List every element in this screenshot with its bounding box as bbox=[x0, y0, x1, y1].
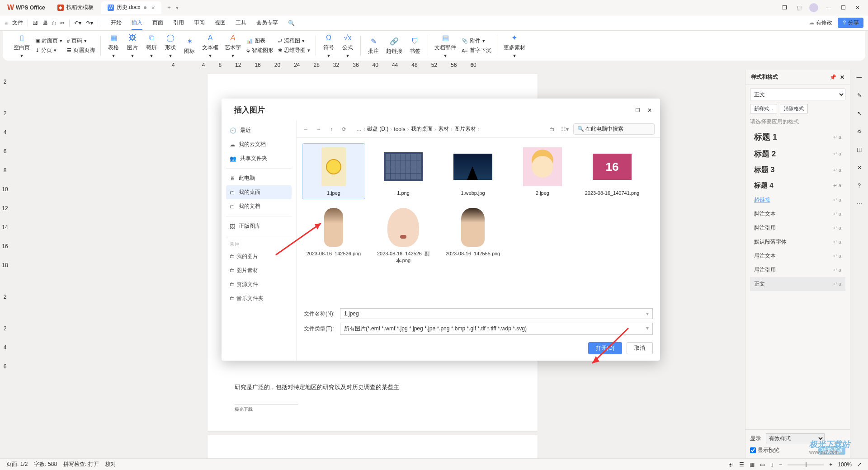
document-page-2[interactable] bbox=[208, 435, 538, 458]
header-footer-button[interactable]: ☰ 页眉页脚 bbox=[65, 46, 97, 55]
new-folder-icon[interactable]: 🗀 bbox=[548, 125, 556, 133]
menu-icon[interactable]: ≡ bbox=[5, 20, 8, 26]
cloud-pending-icon[interactable]: ☁ 有修改 bbox=[809, 19, 832, 27]
breadcrumb-segment[interactable]: 图片素材 bbox=[454, 125, 476, 133]
file-item[interactable]: 2023-08-16_142555.png bbox=[441, 204, 505, 267]
preview-checkbox[interactable] bbox=[750, 447, 756, 453]
style-item[interactable]: 标题 4↵ a bbox=[750, 178, 845, 193]
symbol-button[interactable]: Ω符号▾ bbox=[320, 31, 338, 61]
menu-tab-6[interactable]: 工具 bbox=[236, 16, 246, 29]
blank-page-button[interactable]: ▯空白页▾ bbox=[11, 31, 33, 61]
avatar-icon[interactable] bbox=[809, 3, 818, 12]
sidebar-item-desktop[interactable]: 🗀 我的桌面 bbox=[226, 185, 292, 199]
file-item[interactable]: 162023-08-16_140741.png bbox=[580, 143, 644, 199]
cube-icon[interactable]: ⬚ bbox=[795, 4, 803, 12]
panel-close-icon[interactable]: ✕ bbox=[840, 74, 844, 80]
style-item[interactable]: 正文↵ a bbox=[750, 277, 845, 291]
file-menu[interactable]: 文件 bbox=[12, 19, 23, 27]
nav-back-icon[interactable]: ← bbox=[302, 125, 310, 133]
win-multi-icon[interactable]: ❐ bbox=[780, 4, 788, 12]
style-item[interactable]: 超链接↵ a bbox=[750, 193, 845, 207]
style-item[interactable]: 默认段落字体↵ a bbox=[750, 235, 845, 249]
style-item[interactable]: 尾注引用↵ a bbox=[750, 263, 845, 277]
view-web-icon[interactable]: ▯ bbox=[770, 461, 774, 468]
formula-button[interactable]: √x公式▾ bbox=[339, 31, 357, 61]
view-read-icon[interactable]: ▭ bbox=[760, 461, 765, 468]
breadcrumb-segment[interactable]: 素材 bbox=[438, 125, 449, 133]
fullscreen-icon[interactable]: ⤢ bbox=[857, 461, 862, 468]
file-item[interactable]: 2.jpeg bbox=[511, 143, 574, 199]
breadcrumb[interactable]: … ‹磁盘 (D:)›tools›我的桌面›素材›图片素材› bbox=[353, 125, 543, 133]
menu-tab-1[interactable]: 插入 bbox=[132, 16, 142, 29]
pin-icon[interactable]: 📌 bbox=[830, 74, 836, 80]
style-item[interactable]: 脚注引用↵ a bbox=[750, 221, 845, 235]
tab-list-button[interactable]: ▾ bbox=[173, 4, 181, 12]
style-item[interactable]: 脚注文本↵ a bbox=[750, 207, 845, 221]
vertical-ruler[interactable]: 2246810121416182246 bbox=[1, 70, 9, 458]
breadcrumb-segment[interactable]: tools bbox=[394, 126, 405, 132]
sidebar-item-recent[interactable]: 🕘 最近 bbox=[226, 123, 292, 137]
style-item[interactable]: 标题 1↵ a bbox=[750, 128, 845, 146]
style-item[interactable]: 尾注文本↵ a bbox=[750, 249, 845, 263]
close-icon[interactable]: × bbox=[151, 4, 155, 11]
more-tools-icon[interactable]: ⋯ bbox=[854, 199, 864, 209]
zoom-out-button[interactable]: − bbox=[779, 461, 782, 468]
tools-icon[interactable]: ✕ bbox=[854, 163, 864, 173]
attachment-button[interactable]: 📎 附件▾ bbox=[460, 37, 493, 45]
help-icon[interactable]: ? bbox=[854, 181, 864, 191]
menu-tab-3[interactable]: 引用 bbox=[173, 16, 184, 29]
dialog-max-icon[interactable]: ☐ bbox=[635, 107, 640, 113]
file-item[interactable]: 2023-08-16_142526_副本.png bbox=[372, 204, 435, 267]
sidebar-item-common[interactable]: 🗀 资源文件 bbox=[226, 277, 292, 291]
breadcrumb-segment[interactable]: 磁盘 (D:) bbox=[367, 125, 388, 133]
clear-format-button[interactable]: 清除格式 bbox=[780, 104, 808, 113]
print-preview-icon[interactable]: ⎙ bbox=[52, 20, 56, 26]
page-indicator[interactable]: 页面: 1/2 bbox=[6, 461, 28, 468]
zoom-in-button[interactable]: + bbox=[829, 461, 832, 468]
doc-parts-button[interactable]: ▤文档部件▾ bbox=[432, 31, 459, 61]
redo-icon[interactable]: ↷▾ bbox=[86, 20, 93, 26]
view-mode-icon[interactable]: ☷▾ bbox=[561, 125, 569, 133]
cancel-button[interactable]: 取消 bbox=[627, 342, 653, 354]
textbox-button[interactable]: A文本框▾ bbox=[199, 31, 221, 61]
print-icon[interactable]: 🖶 bbox=[42, 20, 48, 26]
breadcrumb-segment[interactable]: 我的桌面 bbox=[411, 125, 433, 133]
file-item[interactable]: 1.jpeg bbox=[302, 143, 365, 199]
sidebar-item-documents[interactable]: 🗀 我的文档 bbox=[226, 199, 292, 213]
menu-tab-5[interactable]: 视图 bbox=[215, 16, 226, 29]
picture-button[interactable]: 🖼图片▾ bbox=[123, 31, 142, 61]
page-break-button[interactable]: ⤓ 分页▾ bbox=[33, 46, 64, 55]
bookmark-button[interactable]: ⛉书签 bbox=[406, 35, 424, 57]
wordart-button[interactable]: A艺术字▾ bbox=[222, 31, 244, 61]
comment-button[interactable]: ✎批注 bbox=[364, 35, 382, 57]
sidebar-item-common[interactable]: 🗀 图片素材 bbox=[226, 263, 292, 277]
view-page-icon[interactable]: ☰ bbox=[739, 461, 744, 468]
menu-tab-0[interactable]: 开始 bbox=[111, 16, 122, 29]
nav-forward-icon[interactable]: → bbox=[315, 125, 323, 133]
new-style-button[interactable]: 新样式... bbox=[750, 104, 777, 113]
maximize-button[interactable]: ☐ bbox=[839, 4, 847, 12]
filetype-select[interactable]: 所有图片(*.emf *.wmf *.jpg *.jpeg *.jpe *.pn… bbox=[340, 323, 653, 335]
open-button[interactable]: 打开(O) bbox=[588, 342, 622, 354]
search-icon[interactable]: 🔍 bbox=[288, 20, 295, 26]
share-button[interactable]: ⇪ 分享 bbox=[838, 18, 863, 28]
settings-icon[interactable]: ⛭ bbox=[854, 127, 864, 136]
dialog-close-icon[interactable]: ✕ bbox=[647, 107, 652, 113]
layers-icon[interactable]: ◫ bbox=[854, 145, 864, 155]
menu-tab-2[interactable]: 页面 bbox=[152, 16, 163, 29]
close-button[interactable]: ✕ bbox=[854, 4, 862, 12]
zoom-level[interactable]: 100% bbox=[838, 461, 852, 468]
menu-tab-4[interactable]: 审阅 bbox=[194, 16, 205, 29]
file-item[interactable]: 2023-08-16_142526.png bbox=[302, 204, 365, 267]
nav-refresh-icon[interactable]: ⟳ bbox=[340, 125, 348, 133]
view-shield-icon[interactable]: ⛨ bbox=[728, 461, 734, 468]
page-number-button[interactable]: # 页码▾ bbox=[65, 37, 97, 45]
search-input[interactable]: 🔍 在此电脑中搜索 bbox=[573, 123, 655, 135]
view-layout-icon[interactable]: ▦ bbox=[750, 461, 755, 468]
nav-up-icon[interactable]: ↑ bbox=[327, 125, 335, 133]
flowchart-button[interactable]: ⇄ 流程图▾ bbox=[276, 37, 312, 45]
tab-document[interactable]: W历史.docx× bbox=[101, 1, 161, 14]
save-icon[interactable]: 🖫 bbox=[33, 20, 38, 26]
style-item[interactable]: 标题 3↵ a bbox=[750, 162, 845, 178]
sidebar-item-gallery[interactable]: 🖼 正版图库 bbox=[226, 219, 292, 233]
